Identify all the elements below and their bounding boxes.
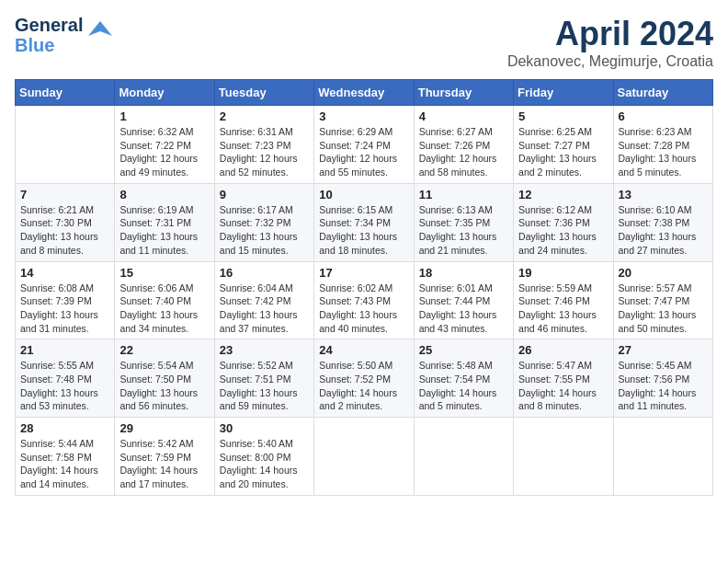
day-number: 29 xyxy=(119,421,209,435)
day-header-sunday: Sunday xyxy=(16,80,115,106)
day-header-thursday: Thursday xyxy=(414,80,513,106)
day-info: Sunrise: 6:15 AM Sunset: 7:34 PM Dayligh… xyxy=(319,203,408,258)
day-number: 28 xyxy=(20,421,109,435)
calendar-cell: 17Sunrise: 6:02 AM Sunset: 7:43 PM Dayli… xyxy=(314,261,414,339)
day-number: 4 xyxy=(419,109,508,123)
svg-marker-0 xyxy=(88,21,112,36)
day-info: Sunrise: 5:42 AM Sunset: 7:59 PM Dayligh… xyxy=(119,437,209,491)
day-info: Sunrise: 6:21 AM Sunset: 7:30 PM Dayligh… xyxy=(20,203,109,258)
day-info: Sunrise: 5:52 AM Sunset: 7:51 PM Dayligh… xyxy=(220,359,309,413)
calendar-cell: 15Sunrise: 6:06 AM Sunset: 7:40 PM Dayli… xyxy=(115,261,214,339)
calendar-cell: 27Sunrise: 5:45 AM Sunset: 7:56 PM Dayli… xyxy=(613,339,712,418)
day-number: 24 xyxy=(319,343,408,357)
calendar-cell: 18Sunrise: 6:01 AM Sunset: 7:44 PM Dayli… xyxy=(414,261,513,339)
day-number: 12 xyxy=(518,188,608,201)
calendar-cell: 25Sunrise: 5:48 AM Sunset: 7:54 PM Dayli… xyxy=(414,339,513,418)
calendar-header: SundayMondayTuesdayWednesdayThursdayFrid… xyxy=(16,80,713,106)
day-info: Sunrise: 6:31 AM Sunset: 7:23 PM Dayligh… xyxy=(220,125,309,179)
day-info: Sunrise: 6:23 AM Sunset: 7:28 PM Dayligh… xyxy=(619,125,708,179)
day-number: 20 xyxy=(619,266,708,280)
day-info: Sunrise: 5:45 AM Sunset: 7:56 PM Dayligh… xyxy=(619,359,708,413)
day-header-monday: Monday xyxy=(115,80,214,106)
day-info: Sunrise: 6:04 AM Sunset: 7:42 PM Dayligh… xyxy=(220,282,309,336)
calendar-table: SundayMondayTuesdayWednesdayThursdayFrid… xyxy=(15,79,713,496)
day-info: Sunrise: 5:59 AM Sunset: 7:46 PM Dayligh… xyxy=(518,282,608,336)
day-info: Sunrise: 6:32 AM Sunset: 7:22 PM Dayligh… xyxy=(119,125,209,179)
day-info: Sunrise: 6:02 AM Sunset: 7:43 PM Dayligh… xyxy=(319,282,408,336)
calendar-cell: 9Sunrise: 6:17 AM Sunset: 7:32 PM Daylig… xyxy=(214,183,313,261)
day-info: Sunrise: 5:48 AM Sunset: 7:54 PM Dayligh… xyxy=(419,359,508,413)
day-info: Sunrise: 6:29 AM Sunset: 7:24 PM Dayligh… xyxy=(319,125,408,179)
day-number: 21 xyxy=(20,343,109,357)
day-number: 27 xyxy=(619,343,708,357)
day-header-saturday: Saturday xyxy=(613,80,712,106)
calendar-cell: 4Sunrise: 6:27 AM Sunset: 7:26 PM Daylig… xyxy=(414,106,513,184)
day-number: 3 xyxy=(319,109,408,123)
logo-blue: Blue xyxy=(15,35,83,55)
day-number: 14 xyxy=(20,266,109,280)
day-number: 2 xyxy=(220,109,309,123)
day-info: Sunrise: 5:47 AM Sunset: 7:55 PM Dayligh… xyxy=(518,359,608,413)
calendar-cell xyxy=(16,106,115,184)
day-number: 26 xyxy=(518,343,608,357)
calendar-cell: 3Sunrise: 6:29 AM Sunset: 7:24 PM Daylig… xyxy=(314,106,414,184)
day-number: 6 xyxy=(619,109,708,123)
day-info: Sunrise: 5:57 AM Sunset: 7:47 PM Dayligh… xyxy=(619,282,708,336)
day-header-friday: Friday xyxy=(514,80,613,106)
calendar-cell: 5Sunrise: 6:25 AM Sunset: 7:27 PM Daylig… xyxy=(514,106,613,184)
week-row-3: 14Sunrise: 6:08 AM Sunset: 7:39 PM Dayli… xyxy=(16,261,713,339)
day-number: 22 xyxy=(119,343,209,357)
calendar-cell: 13Sunrise: 6:10 AM Sunset: 7:38 PM Dayli… xyxy=(613,183,712,261)
day-info: Sunrise: 6:10 AM Sunset: 7:38 PM Dayligh… xyxy=(619,203,708,258)
day-info: Sunrise: 6:08 AM Sunset: 7:39 PM Dayligh… xyxy=(20,282,109,336)
calendar-cell: 16Sunrise: 6:04 AM Sunset: 7:42 PM Dayli… xyxy=(214,261,313,339)
day-number: 13 xyxy=(619,188,708,201)
calendar-cell: 20Sunrise: 5:57 AM Sunset: 7:47 PM Dayli… xyxy=(613,261,712,339)
day-number: 18 xyxy=(419,266,508,280)
calendar-cell: 14Sunrise: 6:08 AM Sunset: 7:39 PM Dayli… xyxy=(16,261,115,339)
day-number: 23 xyxy=(220,343,309,357)
calendar-subtitle: Dekanovec, Megimurje, Croatia xyxy=(507,53,713,70)
calendar-cell: 28Sunrise: 5:44 AM Sunset: 7:58 PM Dayli… xyxy=(16,418,115,496)
calendar-cell: 7Sunrise: 6:21 AM Sunset: 7:30 PM Daylig… xyxy=(16,183,115,261)
day-info: Sunrise: 6:27 AM Sunset: 7:26 PM Dayligh… xyxy=(419,125,508,179)
day-info: Sunrise: 6:17 AM Sunset: 7:32 PM Dayligh… xyxy=(220,203,309,258)
calendar-cell xyxy=(314,418,414,496)
day-number: 17 xyxy=(319,266,408,280)
calendar-cell: 10Sunrise: 6:15 AM Sunset: 7:34 PM Dayli… xyxy=(314,183,414,261)
calendar-cell: 24Sunrise: 5:50 AM Sunset: 7:52 PM Dayli… xyxy=(314,339,414,418)
day-header-wednesday: Wednesday xyxy=(314,80,414,106)
calendar-cell: 8Sunrise: 6:19 AM Sunset: 7:31 PM Daylig… xyxy=(115,183,214,261)
day-number: 15 xyxy=(119,266,209,280)
day-info: Sunrise: 5:54 AM Sunset: 7:50 PM Dayligh… xyxy=(119,359,209,413)
day-number: 5 xyxy=(518,109,608,123)
calendar-cell xyxy=(613,418,712,496)
day-number: 1 xyxy=(119,109,209,123)
day-number: 11 xyxy=(419,188,508,201)
day-number: 16 xyxy=(220,266,309,280)
day-info: Sunrise: 5:40 AM Sunset: 8:00 PM Dayligh… xyxy=(220,437,309,491)
logo: General Blue xyxy=(15,15,114,55)
calendar-cell: 11Sunrise: 6:13 AM Sunset: 7:35 PM Dayli… xyxy=(414,183,513,261)
calendar-cell: 26Sunrise: 5:47 AM Sunset: 7:55 PM Dayli… xyxy=(514,339,613,418)
week-row-4: 21Sunrise: 5:55 AM Sunset: 7:48 PM Dayli… xyxy=(16,339,713,418)
day-info: Sunrise: 6:25 AM Sunset: 7:27 PM Dayligh… xyxy=(518,125,608,179)
calendar-title: April 2024 xyxy=(507,15,713,53)
day-info: Sunrise: 5:50 AM Sunset: 7:52 PM Dayligh… xyxy=(319,359,408,413)
calendar-cell: 22Sunrise: 5:54 AM Sunset: 7:50 PM Dayli… xyxy=(115,339,214,418)
day-info: Sunrise: 6:13 AM Sunset: 7:35 PM Dayligh… xyxy=(419,203,508,258)
day-info: Sunrise: 6:01 AM Sunset: 7:44 PM Dayligh… xyxy=(419,282,508,336)
week-row-5: 28Sunrise: 5:44 AM Sunset: 7:58 PM Dayli… xyxy=(16,418,713,496)
day-info: Sunrise: 6:12 AM Sunset: 7:36 PM Dayligh… xyxy=(518,203,608,258)
day-info: Sunrise: 6:06 AM Sunset: 7:40 PM Dayligh… xyxy=(119,282,209,336)
calendar-cell: 23Sunrise: 5:52 AM Sunset: 7:51 PM Dayli… xyxy=(214,339,313,418)
title-block: April 2024 Dekanovec, Megimurje, Croatia xyxy=(507,15,713,70)
header: General Blue April 2024 Dekanovec, Megim… xyxy=(15,15,713,70)
calendar-cell: 12Sunrise: 6:12 AM Sunset: 7:36 PM Dayli… xyxy=(514,183,613,261)
day-number: 8 xyxy=(119,188,209,201)
week-row-2: 7Sunrise: 6:21 AM Sunset: 7:30 PM Daylig… xyxy=(16,183,713,261)
logo-bird-icon xyxy=(86,19,114,47)
day-number: 30 xyxy=(220,421,309,435)
calendar-cell: 1Sunrise: 6:32 AM Sunset: 7:22 PM Daylig… xyxy=(115,106,214,184)
calendar-cell: 21Sunrise: 5:55 AM Sunset: 7:48 PM Dayli… xyxy=(16,339,115,418)
